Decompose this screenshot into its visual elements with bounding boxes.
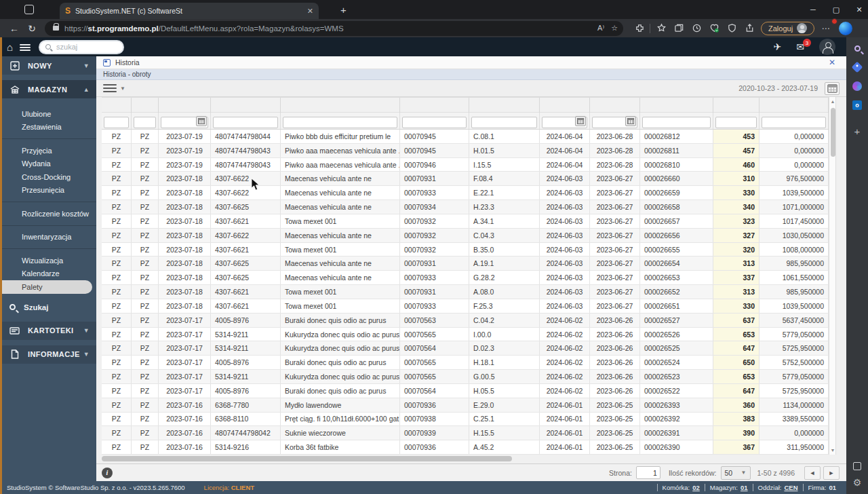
extensions-icon[interactable] <box>630 20 648 37</box>
filter-input[interactable] <box>642 117 711 128</box>
column-header[interactable] <box>713 98 760 113</box>
sidebar-item[interactable]: Kalendarze <box>0 267 96 281</box>
sidebar-section-informacje[interactable]: INFORMACJE ▼ <box>0 345 96 364</box>
column-header[interactable] <box>281 98 400 113</box>
reload-button[interactable]: ↻ <box>23 21 41 36</box>
status-part-value[interactable]: 01 <box>741 484 748 491</box>
table-row[interactable]: PZ PZ 2023-07-19 48074744798043 Piwko aa… <box>102 158 829 172</box>
browser-menu-icon[interactable]: ⋯ <box>817 20 835 37</box>
back-button[interactable]: ← <box>5 21 23 36</box>
add-sidebar-item-icon[interactable]: + <box>846 123 868 139</box>
column-header[interactable] <box>640 98 713 113</box>
status-part-value[interactable]: 01 <box>829 484 836 491</box>
sidebar-panel-icon[interactable] <box>846 458 868 474</box>
table-row[interactable]: PZ PZ 2023-07-18 4307-6622 Maecenas vehi… <box>102 172 829 186</box>
filter-input[interactable] <box>402 117 467 128</box>
user-icon[interactable] <box>819 39 835 55</box>
table-row[interactable]: PZ PZ 2023-07-18 4307-6622 Maecenas vehi… <box>102 229 829 243</box>
column-header[interactable] <box>102 98 132 113</box>
favorite-star-icon[interactable]: ☆ <box>611 24 618 33</box>
search-input[interactable] <box>55 42 109 52</box>
column-header[interactable] <box>540 98 590 113</box>
table-row[interactable]: PZ PZ 2023-07-18 4307-6621 Towa mexet 00… <box>102 243 829 257</box>
filter-calendar-button[interactable] <box>575 116 586 126</box>
filter-input[interactable] <box>471 117 537 128</box>
filter-input[interactable] <box>762 117 826 128</box>
copilot-icon[interactable] <box>839 22 852 35</box>
table-row[interactable]: PZ PZ 2023-07-17 4005-8976 Buraki donec … <box>102 384 829 398</box>
table-row[interactable]: PZ PZ 2023-07-16 48074744798042 Suknie w… <box>102 426 829 440</box>
sidebar-section-nowy[interactable]: NOWY ▼ <box>0 56 96 75</box>
favorites-bar-icon[interactable] <box>652 20 670 37</box>
table-row[interactable]: PZ PZ 2023-07-17 4005-8976 Buraki donec … <box>102 356 829 370</box>
table-row[interactable]: PZ PZ 2023-07-18 4307-6621 Towa mexet 00… <box>102 285 829 299</box>
table-row[interactable]: PZ PZ 2023-07-19 48074744798043 Piwko aa… <box>102 144 829 158</box>
filter-input[interactable] <box>213 117 278 128</box>
sidebar-item[interactable]: Wydania <box>0 157 96 171</box>
table-row[interactable]: PZ PZ 2023-07-17 5314-9211 Kukurydza don… <box>102 370 829 384</box>
scrollbar-thumb[interactable] <box>831 108 835 157</box>
tab-actions-icon[interactable] <box>24 5 34 14</box>
table-row[interactable]: PZ PZ 2023-07-16 6368-8110 Pręt ciąg. fi… <box>102 413 829 427</box>
address-bar[interactable]: https://st.programdemo.pl/DefaultLeftMen… <box>45 21 623 36</box>
menu-hamburger-icon[interactable] <box>103 82 117 94</box>
sidebar-search-icon[interactable] <box>846 40 868 56</box>
new-tab-button[interactable]: + <box>340 4 347 16</box>
table-row[interactable]: PZ PZ 2023-07-17 5314-9211 Kukurydza don… <box>102 328 829 342</box>
table-row[interactable]: PZ PZ 2023-07-18 4307-6621 Towa mexet 00… <box>102 299 829 314</box>
read-aloud-icon[interactable]: A⁾ <box>597 24 604 33</box>
sidebar-item[interactable]: Cross-Docking <box>0 170 96 184</box>
window-minimize-button[interactable]: ─ <box>802 0 825 19</box>
outlook-icon[interactable]: o <box>846 97 868 113</box>
table-row[interactable]: PZ PZ 2023-07-16 5314-9216 Korba 36t fat… <box>102 440 829 455</box>
horizontal-scrollbar-thumb[interactable] <box>102 456 512 461</box>
filter-input[interactable] <box>104 117 129 128</box>
collapse-menu-icon[interactable] <box>20 43 31 51</box>
sidebar-item-szukaj[interactable]: Szukaj <box>0 299 96 316</box>
chevron-down-icon[interactable]: ▼ <box>120 86 125 92</box>
sidebar-item[interactable]: Wizualizacja <box>0 254 96 267</box>
column-header[interactable] <box>400 98 469 113</box>
sidebar-settings-gear-icon[interactable]: ⚙ <box>846 474 868 491</box>
sidebar-item[interactable]: Inwentaryzacja <box>0 231 96 244</box>
m365-icon[interactable] <box>846 78 868 94</box>
filter-calendar-button[interactable] <box>196 116 207 126</box>
status-part-value[interactable]: CEN <box>784 484 797 491</box>
shopping-tag-icon[interactable] <box>846 59 868 75</box>
next-page-button[interactable]: ► <box>823 466 840 480</box>
scroll-down-icon[interactable]: ▼ <box>829 448 836 453</box>
table-row[interactable]: PZ PZ 2023-07-18 4307-6622 Maecenas vehi… <box>102 186 829 200</box>
table-row[interactable]: PZ PZ 2023-07-17 5314-9211 Kukurydza don… <box>102 341 829 356</box>
filter-calendar-button[interactable] <box>625 116 636 126</box>
table-row[interactable]: PZ PZ 2023-07-18 4307-6621 Towa mexet 00… <box>102 214 829 229</box>
browser-essentials-icon[interactable] <box>705 20 723 37</box>
column-header[interactable] <box>211 98 281 113</box>
sidebar-item[interactable]: Palety <box>0 280 92 294</box>
sidebar-section-kartoteki[interactable]: KARTOTEKI ▼ <box>0 322 96 340</box>
window-maximize-button[interactable]: ▢ <box>825 0 848 19</box>
tab-close-icon[interactable]: ✕ <box>307 7 313 16</box>
browser-tab[interactable]: S StudioSystem.NET (c) SoftwareSt ✕ <box>60 3 319 19</box>
previous-page-button[interactable]: ◄ <box>804 466 821 480</box>
vertical-scrollbar[interactable]: ▲ ▼ <box>829 97 836 455</box>
window-close-button[interactable]: ✕ <box>848 0 868 19</box>
column-header[interactable] <box>590 98 640 113</box>
filter-input[interactable] <box>715 117 757 128</box>
mail-icon[interactable]: ✉3 <box>796 41 804 52</box>
column-header[interactable] <box>760 98 829 113</box>
status-part-value[interactable]: 02 <box>692 484 700 491</box>
table-row[interactable]: PZ PZ 2023-07-18 4307-6625 Maecenas vehi… <box>102 200 829 214</box>
sidebar-item[interactable]: Zestawienia <box>0 121 96 134</box>
page-input[interactable] <box>636 466 660 479</box>
column-header[interactable] <box>132 98 159 113</box>
scroll-up-icon[interactable]: ▲ <box>829 99 836 104</box>
history-icon[interactable] <box>688 20 705 37</box>
password-shield-icon[interactable] <box>723 20 741 37</box>
sidebar-item[interactable]: Rozliczenie kosztów <box>0 207 96 221</box>
sidebar-item[interactable]: Przesunięcia <box>0 184 96 197</box>
column-header[interactable] <box>469 98 540 113</box>
collections-icon[interactable] <box>670 20 688 37</box>
info-icon[interactable]: i <box>102 468 113 478</box>
column-header[interactable] <box>159 98 211 113</box>
table-row[interactable]: PZ PZ 2023-07-17 4005-8976 Buraki donec … <box>102 314 829 328</box>
